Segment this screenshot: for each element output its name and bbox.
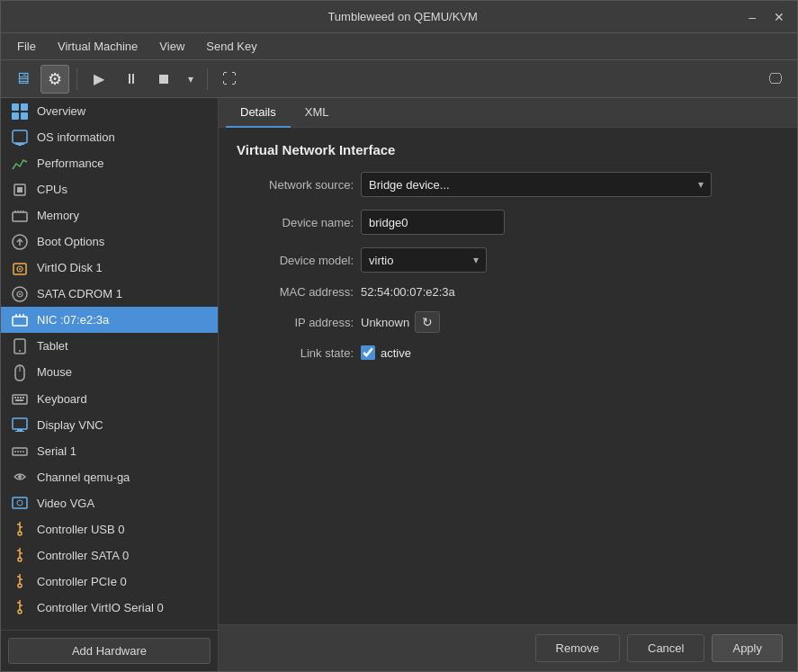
sidebar-label-os-info: OS information — [37, 130, 115, 144]
svg-rect-0 — [12, 103, 19, 111]
detail-panel: Details XML Virtual Network Interface Ne… — [219, 98, 797, 671]
sidebar-label-memory: Memory — [37, 209, 79, 222]
boot-options-icon — [10, 232, 30, 252]
settings-button[interactable]: ⚙ — [40, 65, 69, 94]
sidebar-footer: Add Hardware — [1, 630, 218, 671]
menu-send-key[interactable]: Send Key — [197, 36, 265, 57]
link-state-label: Link state: — [237, 346, 354, 360]
close-button[interactable]: ✕ — [768, 8, 790, 26]
svg-rect-31 — [17, 397, 19, 399]
sidebar-item-display-vnc[interactable]: Display VNC — [1, 412, 218, 438]
network-source-dropdown[interactable]: Bridge device... ▾ — [361, 172, 712, 197]
sidebar-label-keyboard: Keyboard — [37, 392, 87, 406]
sidebar-label-controller-virtio-serial: Controller VirtIO Serial 0 — [37, 601, 164, 614]
link-state-checkbox[interactable] — [361, 345, 375, 360]
stop-button[interactable]: ⏹ — [149, 65, 178, 94]
sidebar-item-performance[interactable]: Performance — [1, 150, 218, 176]
fullscreen-button[interactable]: ⛶ — [215, 65, 244, 94]
svg-rect-44 — [13, 497, 27, 508]
svg-rect-5 — [15, 143, 24, 145]
sidebar-item-sata-cdrom[interactable]: SATA CDROM 1 — [1, 281, 218, 307]
sidebar-item-channel-qemu[interactable]: Channel qemu-ga — [1, 464, 218, 490]
sidebar-item-serial-1[interactable]: Serial 1 — [1, 438, 218, 464]
stop-icon: ⏹ — [157, 71, 171, 87]
ip-address-control: Unknown ↻ — [361, 311, 440, 333]
main-window: Tumbleweed on QEMU/KVM – ✕ File Virtual … — [0, 0, 798, 672]
sidebar-item-mouse[interactable]: Mouse — [1, 359, 218, 385]
svg-point-45 — [17, 500, 22, 506]
memory-icon — [10, 206, 30, 226]
refresh-ip-button[interactable]: ↻ — [415, 311, 440, 333]
sidebar-item-cpus[interactable]: CPUs — [1, 176, 218, 202]
ip-address-value: Unknown — [361, 316, 409, 329]
sidebar-item-virtio-disk[interactable]: VirtIO Disk 1 — [1, 255, 218, 281]
ip-address-row: IP address: Unknown ↻ — [237, 311, 779, 333]
menu-virtual-machine[interactable]: Virtual Machine — [49, 36, 147, 57]
monitor-icon: 🖥 — [14, 69, 31, 88]
controller-pcie-icon — [10, 571, 30, 591]
svg-rect-37 — [15, 431, 24, 432]
screenshot-button[interactable]: 🖵 — [761, 65, 790, 94]
sidebar-item-boot-options[interactable]: Boot Options — [1, 228, 218, 255]
svg-rect-36 — [17, 429, 22, 431]
mac-address-row: MAC address: 52:54:00:07:e2:3a — [237, 285, 779, 299]
sidebar-item-video-vga[interactable]: Video VGA — [1, 490, 218, 516]
cpus-icon — [10, 180, 30, 200]
cancel-button[interactable]: Cancel — [627, 634, 704, 662]
minimize-button[interactable]: – — [743, 8, 761, 26]
tab-xml[interactable]: XML — [291, 98, 344, 128]
tab-details[interactable]: Details — [226, 98, 291, 128]
sidebar-label-boot-options: Boot Options — [37, 235, 104, 248]
svg-point-40 — [17, 451, 19, 452]
pause-button[interactable]: ⏸ — [117, 65, 146, 94]
sidebar-label-channel-qemu: Channel qemu-ga — [37, 470, 130, 484]
video-vga-icon — [10, 493, 30, 513]
remove-button[interactable]: Remove — [535, 634, 620, 662]
sidebar-label-sata-cdrom: SATA CDROM 1 — [37, 287, 122, 300]
apply-button[interactable]: Apply — [712, 634, 783, 662]
ip-address-label: IP address: — [237, 316, 354, 329]
menu-view[interactable]: View — [150, 36, 193, 57]
svg-point-42 — [22, 451, 24, 452]
sidebar-item-keyboard[interactable]: Keyboard — [1, 386, 218, 412]
menu-file[interactable]: File — [8, 36, 45, 57]
play-button[interactable]: ▶ — [85, 65, 113, 94]
network-source-label: Network source: — [237, 178, 354, 192]
sidebar-item-controller-usb[interactable]: Controller USB 0 — [1, 516, 218, 542]
dropdown-arrow-icon: ▾ — [698, 178, 704, 191]
sidebar-label-display-vnc: Display VNC — [37, 418, 103, 432]
svg-rect-8 — [17, 187, 22, 193]
sidebar-item-os-information[interactable]: OS information — [1, 124, 218, 150]
add-hardware-button[interactable]: Add Hardware — [8, 638, 211, 664]
main-content: Overview OS information Performance CPUs — [1, 98, 797, 671]
toolbar: 🖥 ⚙ ▶ ⏸ ⏹ ▾ ⛶ 🖵 — [1, 60, 797, 98]
mac-address-value: 52:54:00:07:e2:3a — [361, 285, 455, 299]
sidebar-label-nic: NIC :07:e2:3a — [37, 313, 109, 327]
svg-rect-2 — [12, 112, 19, 120]
sidebar-label-controller-pcie: Controller PCIe 0 — [37, 575, 127, 588]
sidebar-item-controller-sata[interactable]: Controller SATA 0 — [1, 542, 218, 569]
svg-rect-1 — [21, 103, 28, 111]
svg-point-43 — [18, 475, 22, 479]
device-name-label: Device name: — [237, 216, 354, 229]
sidebar-item-controller-pcie[interactable]: Controller PCIe 0 — [1, 569, 218, 595]
svg-rect-34 — [15, 399, 23, 401]
sidebar-label-controller-usb: Controller USB 0 — [37, 523, 125, 536]
device-model-row: Device model: virtio ▾ — [237, 247, 779, 273]
svg-rect-9 — [13, 212, 27, 221]
play-icon: ▶ — [94, 70, 104, 87]
fullscreen-icon: ⛶ — [222, 71, 237, 87]
svg-point-21 — [19, 293, 21, 295]
section-title: Virtual Network Interface — [237, 142, 779, 157]
dropdown-button[interactable]: ▾ — [182, 65, 200, 94]
svg-rect-32 — [20, 397, 22, 399]
device-model-dropdown[interactable]: virtio ▾ — [361, 247, 487, 273]
sidebar-item-controller-virtio-serial[interactable]: Controller VirtIO Serial 0 — [1, 595, 218, 621]
sidebar-item-overview[interactable]: Overview — [1, 98, 218, 124]
device-name-input[interactable] — [361, 210, 505, 235]
sidebar-item-memory[interactable]: Memory — [1, 202, 218, 228]
sidebar-item-tablet[interactable]: Tablet — [1, 333, 218, 359]
monitor-button[interactable]: 🖥 — [8, 65, 37, 94]
titlebar: Tumbleweed on QEMU/KVM – ✕ — [1, 1, 797, 33]
sidebar-item-nic[interactable]: NIC :07:e2:3a — [1, 307, 218, 333]
